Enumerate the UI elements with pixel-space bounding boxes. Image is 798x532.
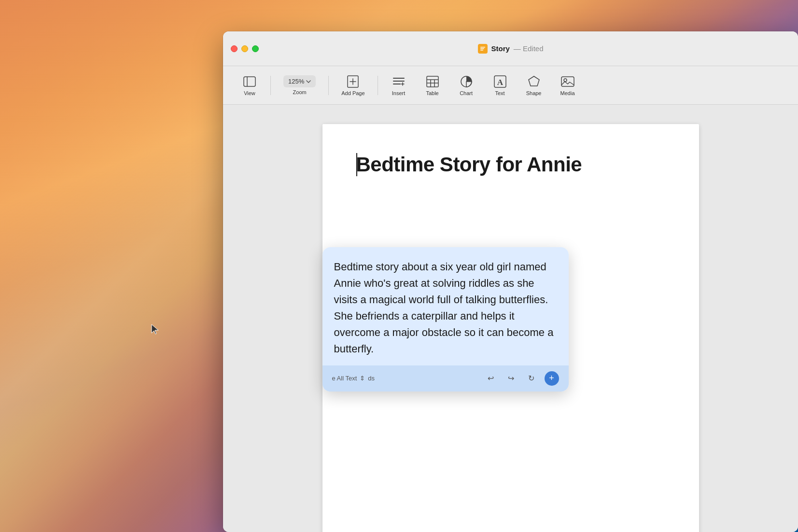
table-label: Table [426, 90, 438, 96]
toolbar: View 125% Zoom Add Page [223, 66, 798, 105]
zoom-label: Zoom [293, 89, 307, 95]
document-page[interactable]: Bedtime Story for Annie Bedtime story ab… [322, 124, 699, 532]
ai-footer-actions: ↩ ↪ ↻ + [484, 371, 559, 386]
view-label: View [244, 90, 255, 96]
ai-footer-left: e All Text ⇕ ds [332, 375, 375, 382]
chart-icon [460, 75, 473, 88]
zoom-control[interactable]: 125% [283, 75, 316, 87]
redo-button[interactable]: ↪ [504, 371, 518, 386]
text-cursor [356, 153, 357, 176]
app-icon [477, 44, 487, 54]
svg-rect-4 [244, 77, 255, 86]
media-label: Media [560, 90, 575, 96]
minimize-button[interactable] [241, 45, 248, 52]
svg-point-23 [564, 79, 567, 82]
ai-popup-footer: e All Text ⇕ ds ↩ ↪ ↻ + [322, 365, 569, 392]
traffic-lights [231, 45, 259, 52]
svg-rect-1 [480, 47, 485, 48]
text-icon: A [493, 75, 507, 88]
document-title: Bedtime Story for Annie [356, 153, 665, 176]
text-label: Text [495, 90, 504, 96]
toolbar-divider-1 [270, 76, 271, 95]
edited-indicator: — Edited [514, 44, 544, 53]
media-icon [561, 75, 574, 88]
svg-rect-3 [480, 50, 483, 51]
view-icon [243, 75, 256, 88]
shape-label: Shape [526, 90, 542, 96]
pages-window: Story — Edited View 125% [223, 31, 798, 532]
refresh-button[interactable]: ↻ [524, 371, 539, 386]
ai-prompt-text[interactable]: Bedtime story about a six year old girl … [322, 247, 569, 365]
text-button[interactable]: A Text [483, 71, 517, 100]
document-area: Bedtime Story for Annie Bedtime story ab… [223, 105, 798, 532]
chart-label: Chart [460, 90, 473, 96]
maximize-button[interactable] [252, 45, 259, 52]
svg-rect-2 [480, 48, 484, 49]
table-button[interactable]: Table [416, 71, 449, 100]
title-bar: Story — Edited [223, 31, 798, 66]
word-count: ds [368, 375, 375, 382]
rewrite-arrows: ⇕ [360, 375, 365, 382]
toolbar-divider-3 [378, 76, 378, 95]
window-title: Story [491, 44, 509, 53]
svg-rect-22 [561, 77, 574, 86]
ai-writing-popup: Bedtime story about a six year old girl … [322, 247, 569, 392]
view-button[interactable]: View [233, 71, 266, 100]
undo-button[interactable]: ↩ [484, 371, 498, 386]
add-page-label: Add Page [341, 90, 364, 96]
title-area: Story — Edited [477, 44, 543, 54]
chart-button[interactable]: Chart [449, 71, 483, 100]
media-button[interactable]: Media [551, 71, 585, 100]
insert-label: Insert [392, 90, 406, 96]
svg-text:A: A [497, 78, 503, 87]
zoom-value: 125% [288, 78, 304, 85]
shape-icon [527, 75, 541, 88]
add-to-doc-button[interactable]: + [545, 371, 559, 386]
insert-button[interactable]: Insert [382, 71, 416, 100]
svg-rect-14 [427, 76, 438, 87]
table-icon [426, 75, 439, 88]
zoom-button[interactable]: 125% Zoom [275, 71, 324, 99]
insert-icon [392, 75, 406, 88]
shape-button[interactable]: Shape [517, 71, 551, 100]
rewrite-scope-label: e All Text [332, 375, 357, 382]
toolbar-divider-2 [328, 76, 329, 95]
add-page-button[interactable]: Add Page [333, 71, 373, 100]
app-icon-title: Story — Edited [477, 44, 543, 54]
add-page-icon [346, 75, 360, 88]
close-button[interactable] [231, 45, 238, 52]
